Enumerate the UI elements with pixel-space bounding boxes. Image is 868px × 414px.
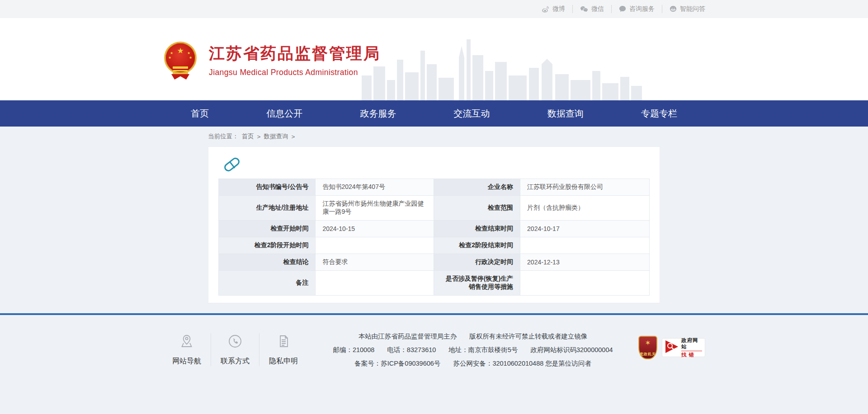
- footer-host-text: 本站由江苏省药品监督管理局主办: [359, 332, 457, 341]
- nav-item-special-topics[interactable]: 专题专栏: [641, 108, 677, 120]
- document-icon: [275, 333, 292, 351]
- footer-icp: 备案号：苏ICP备09039606号: [354, 359, 440, 368]
- record-label: 是否涉及暂停(恢复)生产销售使用等措施: [434, 271, 520, 296]
- nav-item-home[interactable]: 首页: [191, 108, 209, 120]
- record-label: 企业名称: [434, 179, 520, 196]
- footer-address: 地址：南京市鼓楼街5号: [448, 346, 518, 354]
- inspection-record-table: 告知书编号/公告号 告知书2024年第407号 企业名称 江苏联环药业股份有限公…: [218, 179, 650, 296]
- footer-link-contact[interactable]: 联系方式: [211, 333, 259, 366]
- footer-link-label: 隐私申明: [269, 357, 298, 366]
- site-header: ★ ★ ★ ★ ★ 江苏省药品监督管理局 Jiangsu Medical Pro…: [0, 18, 868, 100]
- nav-item-gov-services[interactable]: 政务服务: [360, 108, 396, 120]
- breadcrumb-prefix: 当前位置：: [208, 132, 239, 141]
- record-value: 2024-10-17: [520, 221, 650, 237]
- city-skyline-watermark: [362, 33, 642, 100]
- record-value: [316, 237, 434, 254]
- magnifier-icon: [665, 339, 679, 356]
- weibo-icon: [542, 6, 549, 13]
- footer-copyright-text: 版权所有未经许可禁止转载或者建立镜像: [469, 332, 587, 341]
- topbar-item-weibo[interactable]: 微博: [534, 5, 572, 13]
- site-title: 江苏省药品监督管理局: [209, 43, 381, 64]
- map-pin-icon: [179, 333, 195, 351]
- footer: 网站导航 联系方式 隐: [0, 315, 868, 373]
- breadcrumb-section-link[interactable]: 数据查询: [264, 132, 288, 141]
- record-label: 备注: [219, 271, 316, 296]
- record-label: 告知书编号/公告号: [219, 179, 316, 196]
- record-label: 检查开始时间: [219, 221, 316, 237]
- pill-icon: [222, 156, 243, 174]
- site-subtitle: Jiangsu Medical Products Administration: [209, 68, 381, 77]
- record-label: 生产地址/注册地址: [219, 196, 316, 221]
- footer-zipcode: 邮编：210008: [333, 346, 374, 354]
- record-label: 检查2阶段结束时间: [434, 237, 520, 254]
- record-label: 检查范围: [434, 196, 520, 221]
- table-row: 检查结论 符合要求 行政决定时间 2024-12-13: [219, 254, 650, 271]
- table-row: 告知书编号/公告号 告知书2024年第407号 企业名称 江苏联环药业股份有限公…: [219, 179, 650, 196]
- topbar: 微博 微信 咨询服务 智能问答: [0, 0, 868, 18]
- record-label: 检查结论: [219, 254, 316, 271]
- record-card: 告知书编号/公告号 告知书2024年第407号 企业名称 江苏联环药业股份有限公…: [208, 146, 660, 303]
- record-value: 江苏联环药业股份有限公司: [520, 179, 650, 196]
- main-nav: 首页 信息公开 政务服务 交流互动 数据查询 专题专栏: [0, 100, 868, 127]
- topbar-item-wechat[interactable]: 微信: [572, 5, 611, 13]
- record-value: [520, 237, 650, 254]
- table-row: 检查开始时间 2024-10-15 检查结束时间 2024-10-17: [219, 221, 650, 237]
- badge-find-line1: 政府网站: [681, 337, 702, 351]
- nav-item-info-disclosure[interactable]: 信息公开: [266, 108, 302, 120]
- party-gov-badge[interactable]: ✶ 党政机关: [638, 336, 657, 359]
- wechat-icon: [580, 6, 588, 13]
- table-row: 生产地址/注册地址 江苏省扬州市扬州生物健康产业园健康一路9号 检查范围 片剂（…: [219, 196, 650, 221]
- table-row: 检查2阶段开始时间 检查2阶段结束时间: [219, 237, 650, 254]
- badge-emblem-icon: ✶: [645, 339, 651, 347]
- breadcrumb-separator: >: [291, 133, 295, 140]
- record-label: 检查结束时间: [434, 221, 520, 237]
- footer-link-privacy[interactable]: 隐私申明: [259, 333, 307, 366]
- topbar-item-label: 微博: [552, 5, 565, 13]
- record-label: 检查2阶段开始时间: [219, 237, 316, 254]
- chat-bubble-icon: [619, 5, 626, 13]
- topbar-item-qa[interactable]: 智能问答: [662, 5, 705, 13]
- topbar-item-label: 微信: [591, 5, 604, 13]
- breadcrumb-home-link[interactable]: 首页: [242, 132, 254, 141]
- gov-site-error-report-badge[interactable]: 政府网站 找错: [662, 338, 705, 357]
- footer-info: 本站由江苏省药品监督管理局主办 版权所有未经许可禁止转载或者建立镜像 邮编：21…: [307, 332, 638, 373]
- table-row: 备注 是否涉及暂停(恢复)生产销售使用等措施: [219, 271, 650, 296]
- record-value: 2024-12-13: [520, 254, 650, 271]
- topbar-inner: 微博 微信 咨询服务 智能问答: [163, 0, 705, 18]
- record-value: 片剂（含抗肿瘤类）: [520, 196, 650, 221]
- record-value: 符合要求: [316, 254, 434, 271]
- footer-security-record: 苏公网安备：32010602010488 您是第位访问者: [453, 359, 591, 368]
- footer-link-label: 联系方式: [221, 357, 250, 366]
- badge-find-line2: 找错: [681, 352, 702, 358]
- site-brand[interactable]: ★ ★ ★ ★ ★ 江苏省药品监督管理局 Jiangsu Medical Pro…: [163, 41, 381, 80]
- badge-party-label: 党政机关: [640, 352, 656, 357]
- footer-links: 网站导航 联系方式 隐: [163, 333, 307, 366]
- footer-badges: ✶ 党政机关 政府网站 找错: [638, 336, 705, 359]
- content-area: 告知书编号/公告号 告知书2024年第407号 企业名称 江苏联环药业股份有限公…: [208, 146, 660, 313]
- national-emblem-icon: ★ ★ ★ ★ ★: [163, 41, 198, 80]
- phone-icon: [227, 333, 243, 351]
- footer-phone: 电话：83273610: [387, 346, 436, 354]
- topbar-item-label: 智能问答: [680, 5, 705, 13]
- breadcrumb-separator: >: [257, 133, 261, 140]
- record-value: [316, 271, 434, 296]
- record-value: 2024-10-15: [316, 221, 434, 237]
- record-value: 告知书2024年第407号: [316, 179, 434, 196]
- nav-item-data-query[interactable]: 数据查询: [547, 108, 584, 120]
- record-value: [520, 271, 650, 296]
- topbar-item-label: 咨询服务: [629, 5, 655, 13]
- footer-site-id: 政府网站标识码3200000004: [530, 346, 613, 354]
- breadcrumb: 当前位置： 首页 > 数据查询 >: [208, 132, 295, 141]
- footer-link-sitemap[interactable]: 网站导航: [163, 333, 211, 366]
- record-label: 行政决定时间: [434, 254, 520, 271]
- robot-icon: [670, 5, 677, 13]
- footer-link-label: 网站导航: [172, 357, 201, 366]
- nav-item-interaction[interactable]: 交流互动: [454, 108, 490, 120]
- breadcrumb-bar: 当前位置： 首页 > 数据查询 >: [208, 127, 660, 146]
- record-value: 江苏省扬州市扬州生物健康产业园健康一路9号: [316, 196, 434, 221]
- topbar-item-consult[interactable]: 咨询服务: [611, 5, 662, 13]
